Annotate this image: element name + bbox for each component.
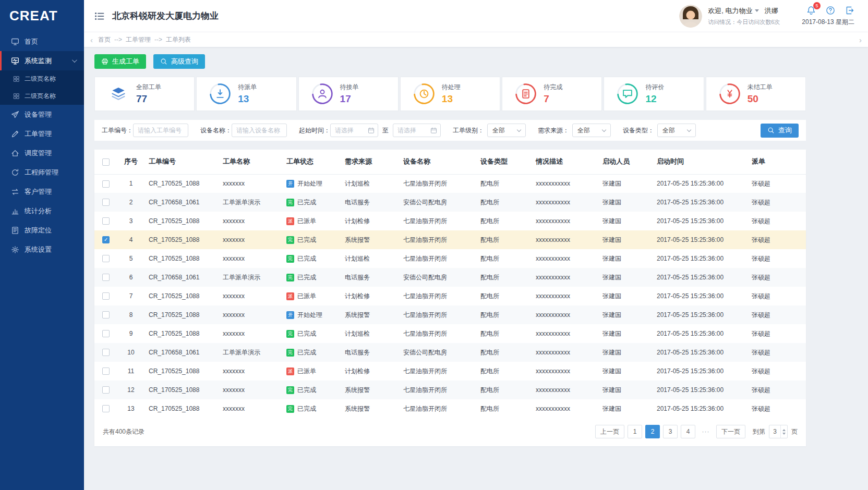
cell-starter: 张建国 xyxy=(598,343,653,362)
page-button-···[interactable]: ··· xyxy=(698,425,713,438)
search-button[interactable]: 查询 xyxy=(761,124,799,138)
table-body: 1CR_170525_1088xxxxxxx开开始处理计划巡检七星油脂开闭所配电… xyxy=(94,174,806,418)
order-no-input[interactable] xyxy=(133,124,188,137)
sidebar-item-5[interactable]: 工程师管理 xyxy=(0,163,84,182)
help-icon[interactable] xyxy=(826,6,835,15)
end-date-input[interactable] xyxy=(393,124,441,137)
sidebar-item-0[interactable]: 首页 xyxy=(0,32,84,51)
prev-page-button[interactable]: 上一页 xyxy=(595,425,624,438)
row-checkbox[interactable] xyxy=(102,349,110,356)
table-row[interactable]: 8CR_170525_1088xxxxxxx开开始处理系统报警七星油脂开闭所配电… xyxy=(94,305,806,324)
stat-card-6[interactable]: 未结工单50 xyxy=(706,77,806,111)
sidebar-item-3[interactable]: 工单管理 xyxy=(0,124,84,143)
row-checkbox[interactable] xyxy=(102,255,110,262)
sidebar-item-6[interactable]: 客户管理 xyxy=(0,182,84,201)
sidebar-item-4[interactable]: 调度管理 xyxy=(0,143,84,163)
chevron-right-icon[interactable]: › xyxy=(859,36,862,44)
sidebar-item-8[interactable]: 故障定位 xyxy=(0,220,84,240)
cell-starter: 张建国 xyxy=(598,268,653,287)
stat-card-5[interactable]: 待评价12 xyxy=(604,77,704,111)
stat-value: 13 xyxy=(238,93,257,105)
sidebar-item-1[interactable]: 系统监测 xyxy=(0,51,84,70)
cell-time: 2017-05-25 15:25:36:00 xyxy=(653,324,748,343)
breadcrumb-item[interactable]: 首页 xyxy=(98,35,111,44)
table-row[interactable]: 1CR_170525_1088xxxxxxx开开始处理计划巡检七星油脂开闭所配电… xyxy=(94,174,806,193)
table-header-row: 序号工单编号工单名称工单状态需求来源设备名称设备类型情况描述启动人员启动时间派单 xyxy=(94,150,806,174)
sidebar-item-9[interactable]: 系统设置 xyxy=(0,240,84,259)
stat-label: 待完成 xyxy=(544,83,562,92)
table-row[interactable]: 3CR_170525_1088xxxxxxx派已派单计划检修七星油脂开闭所配电所… xyxy=(94,212,806,230)
cell-name: 工单派单演示 xyxy=(219,268,282,287)
breadcrumb-item[interactable]: 工单列表 xyxy=(166,35,191,44)
sidebar-item-2[interactable]: 设备管理 xyxy=(0,105,84,124)
sidebar-subitem-0[interactable]: 二级页名称 xyxy=(0,70,84,88)
table-row[interactable]: 9CR_170525_1088xxxxxxx完已完成计划巡检七星油脂开闭所配电所… xyxy=(94,324,806,343)
row-checkbox[interactable] xyxy=(102,292,110,300)
cell-type: 配电所 xyxy=(476,287,532,305)
column-header: 工单状态 xyxy=(282,150,341,174)
table-row[interactable]: 6CR_170658_1061工单派单演示完已完成电话服务安德公司配电房配电所x… xyxy=(94,268,806,287)
page-button-4[interactable]: 4 xyxy=(681,425,695,438)
stat-card-2[interactable]: 待接单17 xyxy=(298,77,399,111)
notification-bell-icon[interactable]: 5 xyxy=(806,6,816,15)
row-checkbox[interactable] xyxy=(102,311,110,318)
select-all-checkbox[interactable] xyxy=(102,158,110,166)
spinner-arrows-icon[interactable] xyxy=(780,425,787,438)
user-name[interactable]: 洪娜 xyxy=(764,6,778,16)
page-button-2[interactable]: 2 xyxy=(645,425,660,438)
table-row[interactable]: 2CR_170658_1061工单派单演示完已完成电话服务安德公司配电房配电所x… xyxy=(94,193,806,212)
status-badge: 开开始处理 xyxy=(286,179,322,188)
logout-icon[interactable] xyxy=(845,6,854,15)
device-type-select[interactable]: 全部 xyxy=(657,124,696,137)
table-row[interactable]: 4CR_170525_1088xxxxxxx完已完成系统报警七星油脂开闭所配电所… xyxy=(94,230,806,249)
stat-label: 待接单 xyxy=(340,83,359,92)
table-row[interactable]: 5CR_170525_1088xxxxxxx完已完成计划巡检七星油脂开闭所配电所… xyxy=(94,249,806,268)
row-checkbox[interactable] xyxy=(102,368,110,375)
row-checkbox[interactable] xyxy=(102,217,110,225)
sidebar-item-7[interactable]: 统计分析 xyxy=(0,201,84,220)
avatar[interactable] xyxy=(679,5,702,28)
column-header: 工单名称 xyxy=(219,150,282,174)
chevron-left-icon[interactable]: ‹ xyxy=(90,36,93,44)
row-checkbox[interactable] xyxy=(102,405,110,412)
menu-toggle-icon[interactable] xyxy=(94,11,105,21)
cell-desc: xxxxxxxxxxx xyxy=(532,212,598,230)
cell-time: 2017-05-25 15:25:36:00 xyxy=(653,362,748,381)
start-date-input[interactable] xyxy=(330,124,378,137)
next-page-button[interactable]: 下一页 xyxy=(716,425,745,438)
cell-starter: 张建国 xyxy=(598,193,653,212)
cell-no: 6 xyxy=(117,268,144,287)
table-row[interactable]: 10CR_170658_1061工单派单演示完已完成电话服务安德公司配电房配电所… xyxy=(94,343,806,362)
row-checkbox[interactable] xyxy=(102,386,110,394)
advanced-search-button[interactable]: 高级查询 xyxy=(153,54,205,69)
breadcrumb-item[interactable]: 工单管理 xyxy=(126,35,151,44)
cell-starter: 张建国 xyxy=(598,212,653,230)
create-order-button[interactable]: 生成工单 xyxy=(94,54,146,69)
cell-no: 3 xyxy=(117,212,144,230)
row-checkbox[interactable] xyxy=(102,330,110,337)
device-name-input[interactable] xyxy=(232,124,287,137)
chevron-down-icon[interactable] xyxy=(755,9,759,12)
sidebar-subitem-1[interactable]: 二级页名称 xyxy=(0,88,84,105)
page-button-3[interactable]: 3 xyxy=(663,425,678,438)
row-checkbox[interactable] xyxy=(102,274,110,281)
stat-card-1[interactable]: 待派单13 xyxy=(196,77,296,111)
demand-source-select[interactable]: 全部 xyxy=(572,124,611,137)
page-button-1[interactable]: 1 xyxy=(628,425,642,438)
table-row[interactable]: 13CR_170525_1088xxxxxxx完已完成系统报警七星油脂开闭所配电… xyxy=(94,399,806,418)
status-text: 已完成 xyxy=(297,236,316,244)
cell-device: 七星油脂开闭所 xyxy=(399,381,476,399)
cell-desc: xxxxxxxxxxx xyxy=(532,230,598,249)
row-checkbox[interactable] xyxy=(102,236,110,243)
stat-card-4[interactable]: 待完成7 xyxy=(502,77,602,111)
cell-desc: xxxxxxxxxxx xyxy=(532,399,598,418)
row-checkbox[interactable] xyxy=(102,199,110,206)
goto-page-spinner[interactable]: 3 xyxy=(769,425,788,438)
table-row[interactable]: 12CR_170525_1088xxxxxxx完已完成系统报警七星油脂开闭所配电… xyxy=(94,381,806,399)
stat-card-3[interactable]: 待处理13 xyxy=(400,77,500,111)
row-checkbox[interactable] xyxy=(102,180,110,188)
stat-card-0[interactable]: 全部工单77 xyxy=(94,77,195,111)
order-level-select[interactable]: 全部 xyxy=(487,124,526,137)
table-row[interactable]: 7CR_170525_1088xxxxxxx派已派单计划检修七星油脂开闭所配电所… xyxy=(94,287,806,305)
table-row[interactable]: 11CR_170525_1088xxxxxxx派已派单计划检修七星油脂开闭所配电… xyxy=(94,362,806,381)
